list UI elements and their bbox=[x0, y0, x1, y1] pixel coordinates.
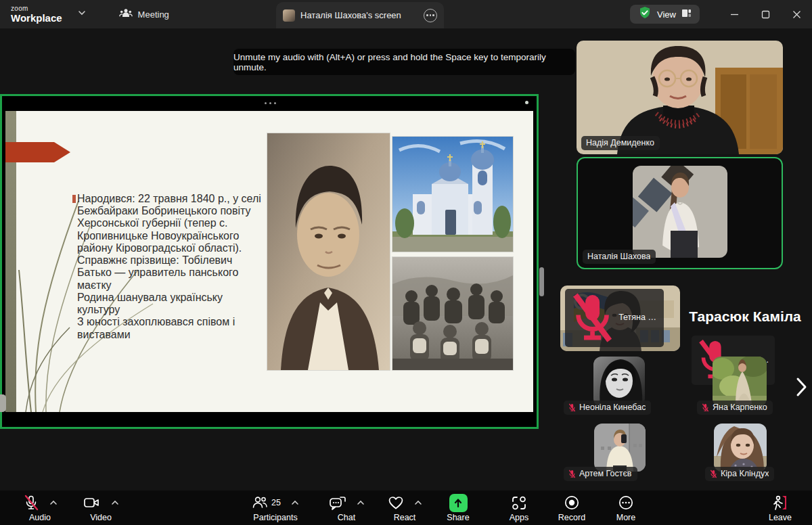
audio-button-label: Audio bbox=[29, 513, 51, 522]
participants-button-label: Participants bbox=[253, 513, 297, 522]
apps-button[interactable]: Apps bbox=[499, 493, 539, 522]
react-options-chevron-icon[interactable] bbox=[414, 500, 422, 505]
record-icon bbox=[564, 495, 580, 511]
minimize-button[interactable] bbox=[719, 0, 750, 28]
video-tile-nadiia[interactable]: Надія Демиденко bbox=[577, 41, 783, 154]
video-button[interactable]: Video bbox=[70, 493, 131, 522]
group-photo bbox=[392, 257, 513, 370]
chat-icon bbox=[329, 495, 346, 511]
video-tile-tetiana[interactable]: Тетяна Пономаре… bbox=[560, 286, 680, 351]
unmute-hint-toast: Unmute my audio with (Alt+A) or press an… bbox=[233, 49, 575, 75]
name-label: Кіра Кліндух bbox=[705, 467, 774, 481]
participant-name: Яна Карпенко bbox=[713, 403, 767, 412]
chat-button-label: Chat bbox=[338, 513, 355, 522]
shared-screen-top-strip bbox=[2, 96, 537, 111]
heart-icon bbox=[388, 495, 404, 510]
more-ellipsis-icon bbox=[618, 495, 634, 511]
avatar-yana[interactable] bbox=[713, 357, 767, 407]
name-label: Надія Демиденко bbox=[581, 136, 660, 150]
react-button-label: React bbox=[394, 513, 416, 522]
view-layout-icon bbox=[681, 8, 692, 20]
shared-screen-bottom-strip bbox=[2, 412, 537, 427]
shared-screen-view[interactable]: Народився: 22 травня 1840 р., у селі Беж… bbox=[0, 94, 539, 429]
avatar bbox=[633, 166, 727, 258]
share-button-label: Share bbox=[447, 513, 469, 522]
zoom-app-window: zoom Workplace Meeting Наталія Шахова's … bbox=[0, 0, 812, 525]
left-edge-handle[interactable] bbox=[0, 394, 6, 412]
brand-workplace: Workplace bbox=[11, 13, 62, 23]
portrait-photo bbox=[267, 133, 390, 370]
slide-bullet-mark bbox=[72, 195, 76, 203]
muted-mic-icon bbox=[568, 403, 576, 412]
participant-name: Неоніла Кинебас bbox=[579, 403, 646, 412]
name-label: Артем Гостєв bbox=[564, 467, 637, 481]
status-dot-icon bbox=[525, 101, 528, 104]
leave-meeting-icon bbox=[771, 495, 789, 511]
participants-count: 25 bbox=[271, 498, 281, 507]
slide-arrow-shape bbox=[5, 139, 70, 165]
share-button[interactable]: Share bbox=[438, 493, 478, 522]
participants-button[interactable]: 25 Participants bbox=[238, 493, 313, 522]
view-button-label: View bbox=[657, 9, 676, 20]
workspace-chevron-down-icon[interactable] bbox=[77, 8, 87, 20]
view-button[interactable]: View bbox=[630, 5, 700, 24]
apps-button-label: Apps bbox=[510, 513, 529, 522]
participants-options-chevron-icon[interactable] bbox=[291, 500, 299, 505]
drag-handle-dots-icon[interactable] bbox=[265, 102, 276, 104]
muted-mic-icon bbox=[570, 291, 615, 344]
participant-name: Кіра Кліндух bbox=[721, 469, 769, 478]
presentation-slide: Народився: 22 травня 1840 р., у селі Беж… bbox=[5, 111, 533, 412]
tab-meeting[interactable]: Meeting bbox=[119, 7, 169, 22]
meeting-people-icon bbox=[119, 7, 133, 22]
record-button-label: Record bbox=[558, 513, 585, 522]
main-area: Unmute my audio with (Alt+A) or press an… bbox=[0, 28, 812, 490]
tab-options-ellipsis-icon[interactable] bbox=[424, 9, 437, 22]
meeting-tab-label: Meeting bbox=[138, 9, 169, 20]
participant-display-name: Тарасюк Каміла bbox=[689, 309, 801, 325]
react-button[interactable]: React bbox=[378, 493, 432, 522]
brand-zoom: zoom bbox=[11, 5, 62, 12]
more-button[interactable]: More bbox=[606, 493, 646, 522]
name-label: Тетяна Пономаре… bbox=[565, 289, 664, 347]
name-label: Наталія Шахова bbox=[583, 250, 656, 264]
zoom-workplace-logo: zoom Workplace bbox=[11, 5, 62, 23]
video-button-label: Video bbox=[90, 513, 112, 522]
video-options-chevron-icon[interactable] bbox=[111, 500, 119, 505]
leave-button-label: Leave bbox=[769, 513, 792, 522]
participants-icon bbox=[252, 495, 268, 510]
maximize-button[interactable] bbox=[750, 0, 781, 28]
participant-name: Артем Гостєв bbox=[579, 469, 632, 478]
avatar-artem[interactable] bbox=[594, 424, 646, 472]
participant-name: Тетяна Пономаре… bbox=[618, 313, 658, 322]
camera-icon bbox=[83, 495, 101, 510]
muted-mic-icon bbox=[568, 470, 576, 478]
close-button[interactable] bbox=[781, 0, 812, 28]
share-screen-icon bbox=[449, 494, 468, 512]
avatar-kira[interactable] bbox=[714, 424, 767, 472]
shared-screen-thumbnail bbox=[283, 9, 295, 22]
muted-mic-icon bbox=[702, 403, 709, 412]
title-bar: zoom Workplace Meeting Наталія Шахова's … bbox=[0, 0, 812, 28]
tab-shared-screen[interactable]: Наталія Шахова's screen bbox=[276, 2, 444, 28]
church-photo bbox=[392, 137, 513, 252]
panel-scrollbar-handle[interactable] bbox=[539, 267, 544, 296]
record-button[interactable]: Record bbox=[549, 493, 594, 522]
meeting-toolbar: Audio Video bbox=[0, 490, 812, 525]
chat-options-chevron-icon[interactable] bbox=[357, 500, 365, 505]
more-button-label: More bbox=[616, 513, 635, 522]
apps-icon bbox=[511, 495, 527, 511]
next-page-chevron-icon[interactable] bbox=[793, 375, 809, 399]
video-tile-nataliia[interactable]: Наталія Шахова bbox=[577, 157, 783, 269]
name-label: Яна Карпенко bbox=[697, 401, 773, 415]
video-tile-tarasiuk[interactable]: Тарасюк Каміла Тарасюк Каміла bbox=[685, 286, 805, 351]
audio-button[interactable]: Audio bbox=[9, 493, 70, 522]
avatar-neonila[interactable] bbox=[593, 357, 645, 407]
security-shield-icon[interactable] bbox=[638, 6, 652, 22]
chat-button[interactable]: Chat bbox=[319, 493, 374, 522]
muted-mic-icon bbox=[710, 470, 717, 478]
leave-button[interactable]: Leave bbox=[759, 493, 801, 522]
audio-options-chevron-icon[interactable] bbox=[49, 500, 58, 505]
participant-name: Наталія Шахова bbox=[587, 252, 650, 261]
unmute-hint-text: Unmute my audio with (Alt+A) or press an… bbox=[233, 52, 575, 72]
slide-body-text: Народився: 22 травня 1840 р., у селі Беж… bbox=[77, 193, 268, 341]
